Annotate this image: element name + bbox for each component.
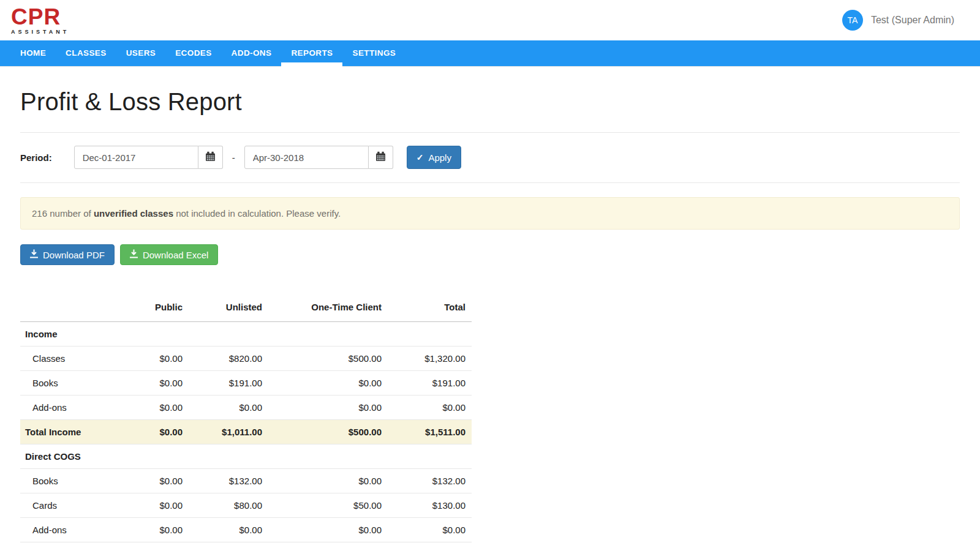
date-from-input[interactable] xyxy=(74,146,198,169)
period-label: Period: xyxy=(20,152,52,163)
logo-text: CPR xyxy=(11,6,69,28)
row-label: Income xyxy=(20,322,472,347)
cell-value: $0.00 xyxy=(112,469,189,493)
table-row: Cards$0.00$80.00$50.00$130.00 xyxy=(20,493,472,518)
table-header-row: PublicUnlistedOne-Time ClientTotal xyxy=(20,293,472,322)
cell-value: $1,011.00 xyxy=(189,420,268,444)
row-label: Books xyxy=(20,371,112,395)
alert-text-bold: unverified classes xyxy=(94,208,173,219)
row-label: Books xyxy=(20,469,112,493)
logo-subtext: ASSISTANT xyxy=(11,29,69,35)
cell-value: $1,320.00 xyxy=(388,347,472,371)
unverified-classes-alert: 216 number of unverified classes not inc… xyxy=(20,197,960,230)
total-row: Total Income$0.00$1,011.00$500.00$1,511.… xyxy=(20,420,472,444)
date-to-calendar-button[interactable] xyxy=(369,146,393,169)
alert-text-prefix: 216 number of xyxy=(32,208,94,219)
download-pdf-label: Download PDF xyxy=(43,250,105,260)
download-icon xyxy=(130,249,138,260)
download-excel-label: Download Excel xyxy=(143,250,209,260)
row-label: Total Income xyxy=(20,420,112,444)
cell-value: $500.00 xyxy=(268,347,388,371)
period-filter: Period: - xyxy=(20,146,960,169)
cell-value: $0.00 xyxy=(112,420,189,444)
top-header: CPR ASSISTANT TA Test (Super Admin) xyxy=(0,0,980,40)
nav-item-add-ons[interactable]: ADD-ONS xyxy=(222,40,282,66)
download-excel-button[interactable]: Download Excel xyxy=(120,244,219,265)
date-from-group xyxy=(74,146,223,169)
row-label: Add-ons xyxy=(20,518,112,542)
cell-value: $50.00 xyxy=(268,493,388,518)
divider xyxy=(20,182,960,183)
download-actions: Download PDF Download Excel xyxy=(20,244,960,265)
cell-value: $80.00 xyxy=(189,493,268,518)
cell-value: $0.00 xyxy=(112,347,189,371)
cell-value: $0.00 xyxy=(268,395,388,420)
cell-value: $0.00 xyxy=(268,518,388,542)
table-row: Add-ons$0.00$0.00$0.00$0.00 xyxy=(20,395,472,420)
column-header: One-Time Client xyxy=(268,293,388,322)
cell-value: $0.00 xyxy=(189,395,268,420)
download-pdf-button[interactable]: Download PDF xyxy=(20,244,115,265)
user-menu[interactable]: TA Test (Super Admin) xyxy=(842,10,954,31)
cell-value: $130.00 xyxy=(388,493,472,518)
row-label: Cards xyxy=(20,493,112,518)
table-row: Books$0.00$132.00$0.00$132.00 xyxy=(20,469,472,493)
row-label: Direct COGS xyxy=(20,444,472,469)
divider xyxy=(20,132,960,133)
cell-value: $1,511.00 xyxy=(388,420,472,444)
nav-item-reports[interactable]: REPORTS xyxy=(281,40,342,66)
calendar-icon xyxy=(375,151,386,164)
cell-value: $0.00 xyxy=(112,395,189,420)
date-to-input[interactable] xyxy=(244,146,369,169)
user-name: Test (Super Admin) xyxy=(871,15,954,26)
cell-value: $0.00 xyxy=(268,371,388,395)
cell-value: $820.00 xyxy=(189,347,268,371)
cell-value: $191.00 xyxy=(388,371,472,395)
cell-value: $0.00 xyxy=(189,518,268,542)
column-header: Public xyxy=(112,293,189,322)
download-icon xyxy=(30,249,38,260)
cell-value: $500.00 xyxy=(268,420,388,444)
cell-value: $191.00 xyxy=(189,371,268,395)
column-header: Total xyxy=(388,293,472,322)
nav-item-home[interactable]: HOME xyxy=(10,40,56,66)
nav-item-classes[interactable]: CLASSES xyxy=(56,40,116,66)
profit-loss-table: PublicUnlistedOne-Time ClientTotal Incom… xyxy=(20,293,472,542)
check-icon: ✓ xyxy=(417,152,424,162)
table-row: Books$0.00$191.00$0.00$191.00 xyxy=(20,371,472,395)
column-header: Unlisted xyxy=(189,293,268,322)
row-label: Classes xyxy=(20,347,112,371)
main-nav: HOMECLASSESUSERSECODESADD-ONSREPORTSSETT… xyxy=(0,40,980,66)
content: Profit & Loss Report Period: xyxy=(0,88,980,542)
nav-item-ecodes[interactable]: ECODES xyxy=(165,40,221,66)
table-row: Classes$0.00$820.00$500.00$1,320.00 xyxy=(20,347,472,371)
cell-value: $0.00 xyxy=(388,518,472,542)
nav-item-users[interactable]: USERS xyxy=(116,40,166,66)
calendar-icon xyxy=(205,151,216,164)
cell-value: $0.00 xyxy=(112,493,189,518)
cell-value: $0.00 xyxy=(112,518,189,542)
apply-button-label: Apply xyxy=(428,152,451,163)
avatar[interactable]: TA xyxy=(842,10,863,31)
date-range-separator: - xyxy=(232,152,235,163)
row-label: Add-ons xyxy=(20,395,112,420)
section-row: Income xyxy=(20,322,472,347)
table-row: Add-ons$0.00$0.00$0.00$0.00 xyxy=(20,518,472,542)
page-title: Profit & Loss Report xyxy=(20,88,960,116)
cell-value: $0.00 xyxy=(112,371,189,395)
cell-value: $0.00 xyxy=(268,469,388,493)
cell-value: $132.00 xyxy=(189,469,268,493)
alert-text-suffix: not included in calculation. Please veri… xyxy=(173,208,341,219)
app-logo[interactable]: CPR ASSISTANT xyxy=(11,6,69,35)
apply-button[interactable]: ✓ Apply xyxy=(407,146,461,169)
nav-item-settings[interactable]: SETTINGS xyxy=(342,40,405,66)
cell-value: $132.00 xyxy=(388,469,472,493)
column-header xyxy=(20,293,112,322)
date-to-group xyxy=(244,146,393,169)
section-row: Direct COGS xyxy=(20,444,472,469)
date-from-calendar-button[interactable] xyxy=(198,146,223,169)
cell-value: $0.00 xyxy=(388,395,472,420)
